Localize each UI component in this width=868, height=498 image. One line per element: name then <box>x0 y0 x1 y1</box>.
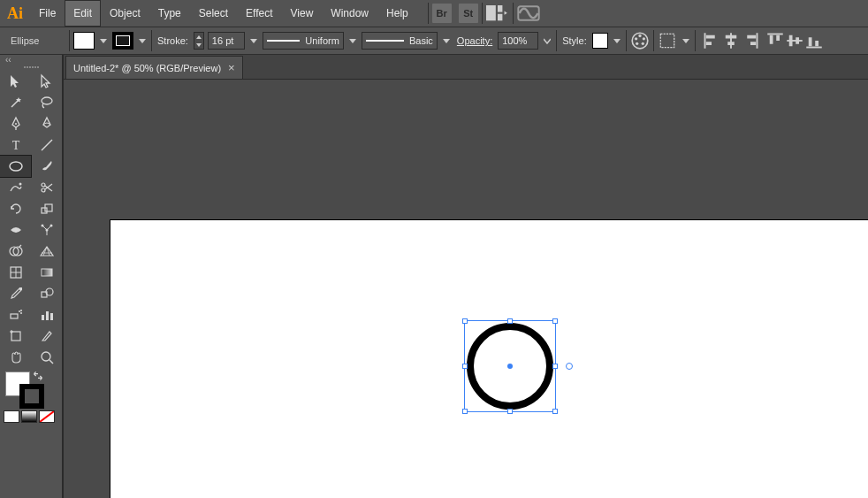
brush-definition[interactable]: Basic <box>362 32 438 50</box>
shape-builder-tool[interactable] <box>0 241 31 262</box>
stroke-swatch-dropdown[interactable] <box>137 32 148 50</box>
type-tool[interactable]: T <box>0 134 31 156</box>
variable-width-profile[interactable]: Uniform <box>263 32 344 50</box>
svg-rect-18 <box>747 35 756 39</box>
gpu-preview-icon[interactable] <box>517 4 540 23</box>
lasso-tool[interactable] <box>31 92 62 113</box>
symbol-sprayer-tool[interactable] <box>0 304 31 326</box>
recolor-artwork-icon[interactable] <box>630 31 650 50</box>
menu-edit[interactable]: Edit <box>65 0 101 27</box>
opacity-label[interactable]: Opacity: <box>455 35 494 46</box>
mesh-tool[interactable] <box>0 262 31 283</box>
svg-point-70 <box>42 352 50 361</box>
stroke-weight-stepper[interactable] <box>194 32 204 50</box>
menu-effect[interactable]: Effect <box>237 0 281 27</box>
zoom-tool[interactable] <box>31 347 62 368</box>
puppet-warp-tool[interactable] <box>31 219 62 241</box>
stock-launch-icon[interactable]: St <box>459 4 478 23</box>
panel-collapse-icon[interactable] <box>0 55 62 64</box>
selection-handle-e[interactable] <box>552 364 558 369</box>
line-tool[interactable] <box>31 134 62 156</box>
close-tab-icon[interactable]: × <box>228 61 235 74</box>
color-mode-gradient[interactable] <box>21 410 37 423</box>
stroke-weight-field[interactable]: 16 pt <box>208 32 245 50</box>
align-to-dropdown[interactable] <box>681 32 691 50</box>
magic-wand-tool[interactable] <box>0 92 31 113</box>
profile-uniform-label: Uniform <box>305 35 339 46</box>
align-to-selection-icon[interactable] <box>658 31 677 50</box>
perspective-grid-tool[interactable] <box>31 241 62 262</box>
hand-tool[interactable] <box>0 347 31 368</box>
graphic-style-swatch[interactable] <box>592 33 608 49</box>
bridge-launch-icon[interactable]: Br <box>432 4 452 23</box>
selection-center-icon[interactable] <box>507 364 513 369</box>
brush-dropdown[interactable] <box>441 32 452 50</box>
menu-select[interactable]: Select <box>190 0 237 27</box>
selection-handle-sw[interactable] <box>462 409 468 414</box>
menu-window[interactable]: Window <box>322 0 377 27</box>
document-area: Untitled-2* @ 50% (RGB/Preview) × <box>64 55 868 498</box>
align-hcenter-icon[interactable] <box>722 32 740 50</box>
align-vcenter-icon[interactable] <box>786 32 803 50</box>
selection-handle-ne[interactable] <box>552 318 558 324</box>
svg-point-63 <box>20 310 22 311</box>
fill-swatch-dropdown[interactable] <box>98 32 109 50</box>
gradient-tool[interactable] <box>31 262 62 283</box>
align-bottom-icon[interactable] <box>805 32 823 50</box>
fill-stroke-widget <box>0 370 62 410</box>
menu-help[interactable]: Help <box>377 0 417 27</box>
slice-tool[interactable] <box>31 326 62 347</box>
selection-handle-n[interactable] <box>507 318 513 324</box>
scale-tool[interactable] <box>31 198 62 219</box>
artboard[interactable] <box>110 219 868 498</box>
svg-point-46 <box>41 225 43 227</box>
fill-swatch[interactable] <box>73 32 95 50</box>
align-right-icon[interactable] <box>742 32 759 50</box>
rotate-tool[interactable] <box>0 198 31 219</box>
selection-tool[interactable] <box>0 71 31 92</box>
panel-grip-icon[interactable] <box>0 64 62 71</box>
blend-tool[interactable] <box>31 283 62 304</box>
stroke-color-box[interactable] <box>19 384 44 409</box>
width-tool[interactable] <box>0 219 31 241</box>
align-top-icon[interactable] <box>766 32 784 50</box>
svg-rect-24 <box>788 35 792 47</box>
paintbrush-tool[interactable] <box>31 156 62 177</box>
menu-type[interactable]: Type <box>149 0 190 27</box>
scissors-tool[interactable] <box>31 177 62 198</box>
document-tab[interactable]: Untitled-2* @ 50% (RGB/Preview) × <box>65 56 243 79</box>
arrange-documents-icon[interactable] <box>486 4 509 23</box>
svg-rect-56 <box>42 269 52 276</box>
shaper-tool[interactable] <box>0 177 31 198</box>
color-mode-none[interactable] <box>39 410 55 423</box>
artboard-tool[interactable] <box>0 326 31 347</box>
color-mode-row <box>0 410 62 425</box>
style-dropdown[interactable] <box>612 32 622 50</box>
menu-object[interactable]: Object <box>101 0 149 27</box>
opacity-field[interactable]: 100% <box>498 32 538 50</box>
stroke-weight-dropdown[interactable] <box>248 32 259 50</box>
stroke-swatch[interactable] <box>112 32 133 50</box>
eyedropper-tool[interactable] <box>0 283 31 304</box>
menu-file[interactable]: File <box>30 0 65 27</box>
canvas-viewport[interactable] <box>64 80 868 498</box>
selection-handle-w[interactable] <box>462 364 468 369</box>
column-graph-tool[interactable] <box>31 304 62 326</box>
selection-handle-se[interactable] <box>552 409 558 414</box>
selection-handle-nw[interactable] <box>462 318 468 324</box>
selection-handle-s[interactable] <box>507 409 513 414</box>
selection-rotate-handle[interactable] <box>566 363 573 370</box>
menu-view[interactable]: View <box>282 0 323 27</box>
profile-dropdown[interactable] <box>347 32 358 50</box>
swap-fill-stroke-icon[interactable] <box>32 370 44 382</box>
ellipse-tool[interactable] <box>0 156 31 177</box>
svg-rect-0 <box>486 5 496 20</box>
color-mode-solid[interactable] <box>4 410 19 423</box>
opacity-dropdown[interactable] <box>542 32 552 50</box>
curvature-tool[interactable] <box>31 113 62 134</box>
direct-selection-tool[interactable] <box>31 71 62 92</box>
svg-rect-19 <box>750 42 756 45</box>
pen-tool[interactable] <box>0 113 31 134</box>
align-left-icon[interactable] <box>703 32 720 50</box>
selection-bounding-box[interactable] <box>464 320 556 412</box>
